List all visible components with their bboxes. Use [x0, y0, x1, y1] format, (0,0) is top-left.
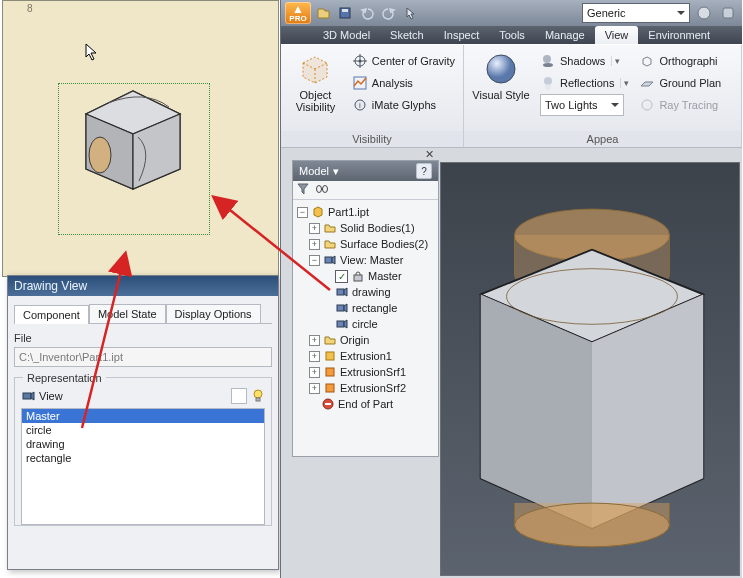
list-item[interactable]: rectangle — [22, 451, 264, 465]
viewport-3d[interactable] — [440, 162, 740, 576]
file-path-field[interactable] — [14, 347, 272, 367]
node-label[interactable]: circle — [352, 318, 378, 330]
folder-icon — [323, 221, 337, 235]
expand-icon[interactable]: + — [309, 351, 320, 362]
appearance-swatch-icon[interactable] — [694, 3, 714, 23]
cog-target-icon — [352, 53, 368, 69]
svg-point-34 — [323, 186, 328, 193]
help-icon[interactable]: ? — [416, 163, 432, 179]
browser-toolbar — [293, 181, 438, 200]
svg-rect-12 — [723, 8, 733, 18]
app-logo-icon[interactable]: ▲PRO — [285, 2, 311, 24]
svg-rect-5 — [23, 393, 31, 399]
center-of-gravity-button[interactable]: Center of Gravity — [350, 51, 457, 71]
node-label[interactable]: Part1.ipt — [328, 206, 369, 218]
tab-view[interactable]: View — [595, 26, 639, 44]
find-icon[interactable] — [315, 183, 329, 197]
node-label[interactable]: drawing — [352, 286, 391, 298]
list-item[interactable]: circle — [22, 423, 264, 437]
list-item[interactable]: drawing — [22, 437, 264, 451]
qat-open-icon[interactable] — [313, 3, 333, 23]
view-representation-list[interactable]: Master circle drawing rectangle — [21, 408, 265, 525]
expand-icon[interactable]: + — [309, 223, 320, 234]
camera-icon — [335, 285, 349, 299]
shadows-button[interactable]: Shadows▾ — [538, 51, 631, 71]
node-label[interactable]: View: Master — [340, 254, 403, 266]
node-label[interactable]: ExtrusionSrf2 — [340, 382, 406, 394]
expand-icon[interactable]: + — [309, 239, 320, 250]
tab-manage[interactable]: Manage — [535, 26, 595, 44]
expand-icon[interactable]: − — [297, 207, 308, 218]
tab-tools[interactable]: Tools — [489, 26, 535, 44]
list-item[interactable]: Master — [22, 409, 264, 423]
svg-marker-43 — [344, 304, 347, 312]
node-label[interactable]: Origin — [340, 334, 369, 346]
model-browser: ✕ Model▾ ? −Part1.ipt +Solid Bodies(1) +… — [292, 160, 439, 457]
svg-marker-38 — [332, 256, 335, 264]
tab-model-state[interactable]: Model State — [89, 304, 166, 323]
filter-icon[interactable] — [297, 183, 309, 197]
svg-rect-39 — [354, 275, 362, 281]
checkbox[interactable]: ✓ — [335, 270, 348, 283]
tab-component[interactable]: Component — [14, 305, 89, 324]
camera-icon — [21, 389, 35, 403]
tab-sketch[interactable]: Sketch — [380, 26, 434, 44]
associative-toggle[interactable] — [231, 388, 247, 404]
model-tree[interactable]: −Part1.ipt +Solid Bodies(1) +Surface Bod… — [293, 200, 438, 416]
node-label[interactable]: rectangle — [352, 302, 397, 314]
representation-group: Representation View Master circle drawin… — [14, 377, 272, 526]
camera-icon — [335, 301, 349, 315]
node-label[interactable]: Extrusion1 — [340, 350, 392, 362]
qat-select-icon[interactable] — [401, 3, 421, 23]
imate-glyphs-button[interactable]: iiMate Glyphs — [350, 95, 457, 115]
ground-plane-button[interactable]: Ground Plan — [637, 73, 723, 93]
tab-inspect[interactable]: Inspect — [434, 26, 489, 44]
svg-point-33 — [317, 186, 322, 193]
ray-tracing-button[interactable]: Ray Tracing — [637, 95, 723, 115]
raytracing-icon — [639, 97, 655, 113]
svg-point-7 — [254, 390, 262, 398]
qat-redo-icon[interactable] — [379, 3, 399, 23]
dialog-tabs: Component Model State Display Options — [14, 301, 272, 324]
lightbulb-icon[interactable] — [251, 389, 265, 403]
svg-point-28 — [545, 84, 551, 90]
browser-title-bar[interactable]: Model▾ ? — [293, 161, 438, 181]
object-visibility-button[interactable]: Object Visibility — [287, 49, 344, 113]
expand-icon[interactable]: + — [309, 335, 320, 346]
svg-rect-37 — [325, 257, 332, 263]
svg-point-27 — [544, 77, 552, 85]
appearance-dialog-icon[interactable] — [718, 3, 738, 23]
tab-environment[interactable]: Environment — [638, 26, 720, 44]
qat-save-icon[interactable] — [335, 3, 355, 23]
imate-icon: i — [352, 97, 368, 113]
svg-marker-45 — [344, 320, 347, 328]
expand-icon[interactable]: − — [309, 255, 320, 266]
analysis-button[interactable]: Analysis — [350, 73, 457, 93]
qat-undo-icon[interactable] — [357, 3, 377, 23]
node-label[interactable]: Master — [368, 270, 402, 282]
drawing-cube-preview — [3, 1, 278, 276]
node-label[interactable]: ExtrusionSrf1 — [340, 366, 406, 378]
material-dropdown[interactable]: Generic — [582, 3, 690, 23]
svg-point-31 — [642, 100, 652, 110]
reflections-button[interactable]: Reflections▾ — [538, 73, 631, 93]
visual-style-button[interactable]: Visual Style — [470, 49, 532, 101]
node-label[interactable]: Solid Bodies(1) — [340, 222, 415, 234]
tab-3d-model[interactable]: 3D Model — [313, 26, 380, 44]
surface-extrusion-icon — [323, 381, 337, 395]
svg-marker-36 — [314, 207, 322, 217]
svg-rect-44 — [337, 321, 344, 327]
tab-display-options[interactable]: Display Options — [166, 304, 261, 323]
node-label[interactable]: Surface Bodies(2) — [340, 238, 428, 250]
svg-marker-30 — [641, 82, 653, 86]
svg-marker-29 — [643, 57, 651, 66]
node-label[interactable]: End of Part — [338, 398, 393, 410]
lights-dropdown[interactable]: Two Lights — [538, 95, 631, 115]
expand-icon[interactable]: + — [309, 383, 320, 394]
svg-rect-48 — [326, 384, 334, 392]
expand-icon[interactable]: + — [309, 367, 320, 378]
orthographic-button[interactable]: Orthographi — [637, 51, 723, 71]
part-icon — [311, 205, 325, 219]
close-icon[interactable]: ✕ — [422, 147, 436, 161]
viewport-model — [441, 163, 739, 575]
